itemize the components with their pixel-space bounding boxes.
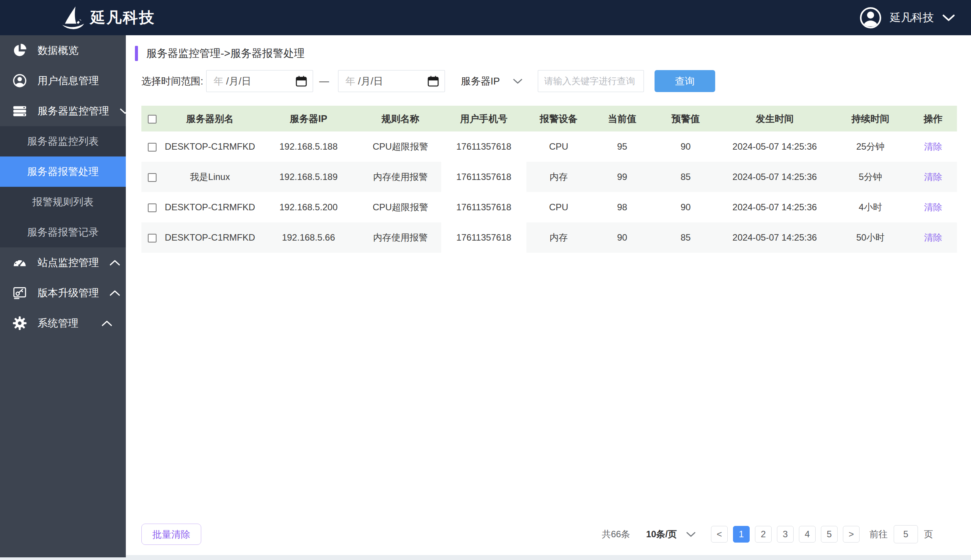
next-page-button[interactable]: >: [843, 526, 859, 543]
page-size-select[interactable]: 10条/页: [646, 528, 696, 540]
table-footer: 批量清除 共66条 10条/页 < 1 2 3 4 5 >: [126, 523, 971, 555]
chevron-up-icon: [110, 290, 120, 296]
pager: < 1 2 3 4 5 >: [711, 526, 859, 543]
cell-current: 95: [591, 132, 653, 162]
cell-phone: 17611357618: [441, 222, 526, 253]
cell-alias: DESKTOP-C1RMFKD: [163, 132, 257, 162]
sidebar-item-label: 数据概览: [38, 43, 112, 57]
sidebar-item-user-info[interactable]: 用户信息管理: [0, 65, 126, 96]
breadcrumb: 服务器监控管理->服务器报警处理: [126, 35, 971, 68]
page-button-1[interactable]: 1: [733, 526, 750, 543]
brand-logo: 延凡科技: [61, 5, 155, 30]
batch-clear-button[interactable]: 批量清除: [141, 523, 201, 545]
cell-rule: CPU超限报警: [360, 192, 441, 222]
cell-time: 2024-05-07 14:25:36: [718, 192, 831, 222]
field-select[interactable]: 服务器IP: [461, 75, 523, 88]
user-icon: [13, 73, 27, 88]
calendar-icon[interactable]: [295, 75, 307, 87]
sidebar-item-label: 用户信息管理: [38, 74, 112, 88]
cell-device: 内存: [526, 222, 591, 253]
cell-ip: 192.168.5.189: [257, 162, 360, 192]
page-button-5[interactable]: 5: [821, 526, 838, 543]
sailboat-logo-icon: [61, 5, 86, 30]
table-row: 我是Linux 192.168.5.189 内存使用报警 17611357618…: [141, 162, 957, 192]
goto-suffix: 页: [924, 528, 933, 540]
row-checkbox[interactable]: [148, 173, 157, 182]
goto-page: 前往 页: [869, 525, 933, 543]
total-count-text: 共66条: [602, 528, 630, 540]
field-select-value: 服务器IP: [461, 75, 500, 88]
cell-duration: 5分钟: [831, 162, 909, 192]
monitor-key-icon: [13, 286, 27, 300]
cell-rule: CPU超限报警: [360, 132, 441, 162]
table-row: DESKTOP-C1RMFKD 192.168.5.200 CPU超限报警 17…: [141, 192, 957, 222]
cell-time: 2024-05-07 14:25:36: [718, 222, 831, 253]
row-checkbox[interactable]: [148, 143, 157, 152]
col-header-device: 报警设备: [526, 106, 591, 132]
chevron-up-icon: [110, 260, 120, 266]
row-checkbox[interactable]: [148, 203, 157, 212]
pagination: 共66条 10条/页 < 1 2 3 4 5 > 前往: [602, 525, 933, 543]
submenu-item-alarm-records[interactable]: 服务器报警记录: [0, 217, 126, 247]
cell-threshold: 90: [653, 192, 718, 222]
cell-phone: 17611357618: [441, 132, 526, 162]
cell-current: 99: [591, 162, 653, 192]
page-button-4[interactable]: 4: [799, 526, 816, 543]
sidebar-item-server-monitor[interactable]: 服务器监控管理: [0, 96, 126, 126]
goto-page-input[interactable]: [894, 525, 918, 543]
submenu-item-alarm-rules[interactable]: 报警规则列表: [0, 187, 126, 217]
keyword-input[interactable]: [538, 70, 644, 92]
cell-device: 内存: [526, 162, 591, 192]
cell-duration: 25分钟: [831, 132, 909, 162]
cell-rule: 内存使用报警: [360, 162, 441, 192]
query-button[interactable]: 查询: [654, 70, 715, 92]
cell-alias: 我是Linux: [163, 162, 257, 192]
gear-icon: [13, 316, 27, 330]
top-header: 延凡科技 延凡科技: [0, 0, 971, 35]
chevron-down-icon: [942, 14, 955, 22]
cell-current: 90: [591, 222, 653, 253]
sidebar-item-version-upgrade[interactable]: 版本升级管理: [0, 278, 126, 308]
header-checkbox-cell: [141, 106, 163, 132]
col-header-duration: 持续时间: [831, 106, 909, 132]
clear-action-link[interactable]: 清除: [924, 172, 942, 182]
cell-duration: 4小时: [831, 192, 909, 222]
page-button-3[interactable]: 3: [777, 526, 794, 543]
sidebar: 数据概览 用户信息管理: [0, 35, 126, 557]
cell-device: CPU: [526, 132, 591, 162]
submenu-item-monitor-list[interactable]: 服务器监控列表: [0, 126, 126, 157]
row-checkbox[interactable]: [148, 234, 157, 242]
prev-page-button[interactable]: <: [711, 526, 728, 543]
date-placeholder: 年 /月/日: [345, 75, 383, 88]
page-button-2[interactable]: 2: [755, 526, 772, 543]
start-date-input[interactable]: 年 /月/日: [206, 70, 313, 92]
cell-phone: 17611357618: [441, 162, 526, 192]
time-range-label: 选择时间范围:: [141, 75, 203, 88]
col-header-current: 当前值: [591, 106, 653, 132]
alarm-table: 服务器别名 服务器IP 规则名称 用户手机号 报警设备 当前值 预警值 发生时间…: [141, 106, 957, 253]
sidebar-item-data-overview[interactable]: 数据概览: [0, 35, 126, 65]
table-header-row: 服务器别名 服务器IP 规则名称 用户手机号 报警设备 当前值 预警值 发生时间…: [141, 106, 957, 132]
col-header-alias: 服务器别名: [163, 106, 257, 132]
cell-alias: DESKTOP-C1RMFKD: [163, 192, 257, 222]
calendar-icon[interactable]: [427, 75, 439, 87]
chevron-down-icon: [513, 78, 523, 84]
sidebar-item-system-manage[interactable]: 系统管理: [0, 308, 126, 338]
cell-current: 98: [591, 192, 653, 222]
clear-action-link[interactable]: 清除: [924, 202, 942, 212]
sidebar-item-site-monitor[interactable]: 站点监控管理: [0, 247, 126, 278]
clear-action-link[interactable]: 清除: [924, 141, 942, 152]
user-menu[interactable]: 延凡科技: [859, 7, 955, 29]
chevron-down-icon: [686, 532, 696, 537]
col-header-threshold: 预警值: [653, 106, 718, 132]
submenu-item-alarm-handle[interactable]: 服务器报警处理: [0, 157, 126, 187]
sidebar-item-label: 站点监控管理: [38, 256, 99, 269]
table-row: DESKTOP-C1RMFKD 192.168.5.188 CPU超限报警 17…: [141, 132, 957, 162]
cell-phone: 17611357618: [441, 192, 526, 222]
end-date-input[interactable]: 年 /月/日: [338, 70, 445, 92]
cell-time: 2024-05-07 14:25:36: [718, 132, 831, 162]
select-all-checkbox[interactable]: [148, 115, 157, 123]
clear-action-link[interactable]: 清除: [924, 232, 942, 242]
date-placeholder: 年 /月/日: [214, 75, 251, 88]
gauge-icon: [13, 255, 27, 270]
